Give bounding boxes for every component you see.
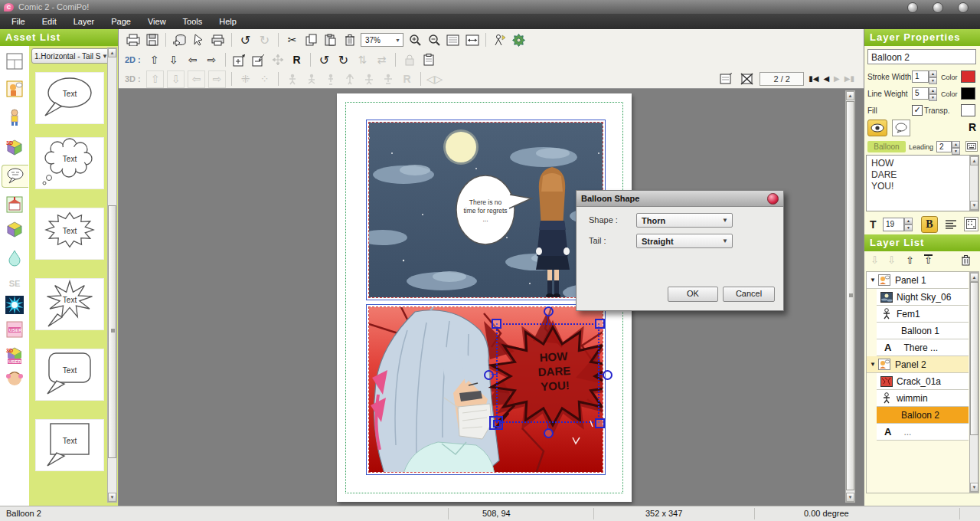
move-layer-up-icon[interactable]: ⇧ xyxy=(906,254,914,266)
rotate-handle-bottom[interactable] xyxy=(544,428,554,438)
layer-row-ellipsis-text[interactable]: A ... xyxy=(877,424,969,441)
fill-color-swatch[interactable] xyxy=(961,104,975,116)
text-grid-icon[interactable] xyxy=(964,217,978,231)
3d-up-icon[interactable]: ⇧ xyxy=(146,70,164,88)
3d-down-icon[interactable]: ⇩ xyxy=(167,70,185,88)
selection-handle-bottom-left[interactable] xyxy=(489,416,503,430)
reset-transform-icon[interactable]: R xyxy=(289,52,305,68)
last-page-icon[interactable]: ▶▮ xyxy=(844,74,854,83)
panel-template-icon[interactable] xyxy=(4,51,25,72)
rotate-handle-top[interactable] xyxy=(544,306,554,316)
zoom-level-combo[interactable]: 37%▼ xyxy=(361,33,403,47)
scroll-down-icon[interactable]: ▼ xyxy=(846,493,854,502)
layer-list-scrollbar[interactable]: ▲ ▼ xyxy=(969,272,978,493)
3d-pose-lean-right-icon[interactable] xyxy=(303,71,319,87)
leading-stepper[interactable]: 2 ▲▼ xyxy=(936,141,960,152)
keyboard-icon[interactable] xyxy=(965,141,978,152)
export-icon[interactable] xyxy=(125,32,141,48)
selection-handle-top-left[interactable] xyxy=(492,319,501,329)
selection-handle-top-right[interactable] xyxy=(595,319,605,329)
3d-pose-lean-left-icon[interactable] xyxy=(284,71,300,87)
3d-pose-front-icon[interactable] xyxy=(361,71,377,87)
layer-row-balloon-2-selected[interactable]: Balloon 2 xyxy=(877,407,969,424)
balloon-thumb-rounded[interactable]: Text xyxy=(36,349,103,400)
reset-properties-icon[interactable]: R xyxy=(969,121,976,133)
balloon-category-icon[interactable] xyxy=(2,165,28,188)
balloon-thumb-oval[interactable]: Text xyxy=(36,73,103,123)
background-icon[interactable] xyxy=(4,194,25,215)
balloon-shape-dialog[interactable]: Balloon Shape Shape : Thorn▼ Tail : Stra… xyxy=(576,190,784,311)
print-icon[interactable] xyxy=(210,32,226,48)
menu-file[interactable]: File xyxy=(3,14,34,29)
font-size-stepper[interactable]: 19 ▲▼ xyxy=(883,218,913,231)
scroll-up-icon[interactable]: ▲ xyxy=(108,48,116,57)
line-color-swatch[interactable] xyxy=(961,87,975,100)
comic-panel-1[interactable]: There is no time for regrets ... xyxy=(366,120,606,300)
layer-name-field[interactable]: Balloon 2 xyxy=(867,49,976,64)
visibility-eye-icon[interactable] xyxy=(867,120,887,136)
close-button[interactable] xyxy=(958,2,969,13)
menu-layer[interactable]: Layer xyxy=(65,14,103,29)
dialog-close-button[interactable] xyxy=(767,193,779,205)
settings-icon[interactable] xyxy=(511,32,527,48)
3d-user-asset-icon[interactable]: 3DUSER xyxy=(4,345,25,366)
layer-row-panel-2[interactable]: ▼ Panel 2 xyxy=(867,356,969,373)
selection-bounding-box[interactable] xyxy=(496,323,599,423)
selection-handle-bottom-right[interactable] xyxy=(595,418,605,428)
text-tool-icon[interactable]: T xyxy=(870,218,877,231)
move-layer-top-icon[interactable]: ⇧ xyxy=(924,254,933,265)
zoom-out-icon[interactable] xyxy=(426,32,442,48)
balloon-text-area[interactable]: HOW DARE YOU! ▲ ▼ xyxy=(866,155,979,211)
cut-icon[interactable]: ✂ xyxy=(284,32,300,48)
minimize-button[interactable] xyxy=(907,2,918,13)
menu-tools[interactable]: Tools xyxy=(175,14,211,29)
previous-page-icon[interactable]: ◀ xyxy=(823,74,829,83)
stroke-color-swatch[interactable] xyxy=(961,70,975,83)
new-page-icon[interactable] xyxy=(718,70,734,87)
redo-icon[interactable]: ↻ xyxy=(256,32,273,48)
line-weight-stepper[interactable]: 5 ▲▼ xyxy=(912,87,937,100)
tail-handle-left[interactable] xyxy=(484,370,494,380)
transparent-checkbox[interactable]: ✓ xyxy=(912,105,923,116)
effect-drop-icon[interactable] xyxy=(4,247,25,268)
balloon-thumb-cloud[interactable]: Text xyxy=(36,138,103,188)
collapse-icon[interactable]: ▼ xyxy=(870,277,876,283)
3d-pose-back-icon[interactable] xyxy=(380,71,396,87)
character-icon[interactable] xyxy=(4,106,25,128)
scroll-down-icon[interactable]: ▼ xyxy=(970,483,978,492)
move-right-icon[interactable]: ⇨ xyxy=(204,52,220,68)
scroll-up-icon[interactable]: ▲ xyxy=(846,91,854,100)
delete-layer-icon[interactable] xyxy=(961,254,971,268)
character-pose-icon[interactable] xyxy=(4,78,25,100)
menu-help[interactable]: Help xyxy=(211,14,245,29)
canvas-vertical-scrollbar[interactable]: ▲ ▼ xyxy=(845,90,855,503)
save-icon[interactable] xyxy=(144,32,160,48)
layer-row-fem1[interactable]: Fem1 xyxy=(877,306,969,323)
layer-row-crack[interactable]: Crack_01a xyxy=(877,373,969,390)
clipboard-tool-icon[interactable] xyxy=(420,52,436,68)
move-up-icon[interactable]: ⇧ xyxy=(146,52,162,68)
3d-zoom-in-icon[interactable]: ⁜ xyxy=(237,71,253,87)
layer-row-night-sky[interactable]: Night Sky_06 xyxy=(877,289,969,306)
collapse-icon[interactable]: ▼ xyxy=(870,361,876,368)
balloon-thumb-square[interactable]: Text xyxy=(36,420,103,470)
scale-down-icon[interactable] xyxy=(250,52,266,68)
layer-row-there-text[interactable]: A There ... xyxy=(877,339,969,356)
3d-zoom-out-icon[interactable]: ⁘ xyxy=(256,71,273,87)
asset-list-scrollbar[interactable]: ▲ ▼ xyxy=(107,48,117,503)
scroll-down-icon[interactable]: ▼ xyxy=(108,493,116,502)
bold-button[interactable]: B xyxy=(921,216,938,233)
scroll-down-icon[interactable]: ▼ xyxy=(970,201,978,210)
layer-lock-icon[interactable] xyxy=(401,52,417,68)
ok-button[interactable]: OK xyxy=(668,287,718,302)
3d-pose-turn-left-icon[interactable] xyxy=(322,71,338,87)
dialog-title-bar[interactable]: Balloon Shape xyxy=(577,191,783,207)
free-move-icon[interactable] xyxy=(270,52,286,68)
menu-view[interactable]: View xyxy=(139,14,175,29)
next-page-icon[interactable]: ▶ xyxy=(834,74,840,83)
scroll-up-icon[interactable]: ▲ xyxy=(970,156,978,165)
3d-reset-icon[interactable]: R xyxy=(399,71,415,87)
maximize-button[interactable] xyxy=(933,2,943,13)
undo-icon[interactable]: ↺ xyxy=(237,32,253,48)
cancel-button[interactable]: Cancel xyxy=(723,287,775,302)
